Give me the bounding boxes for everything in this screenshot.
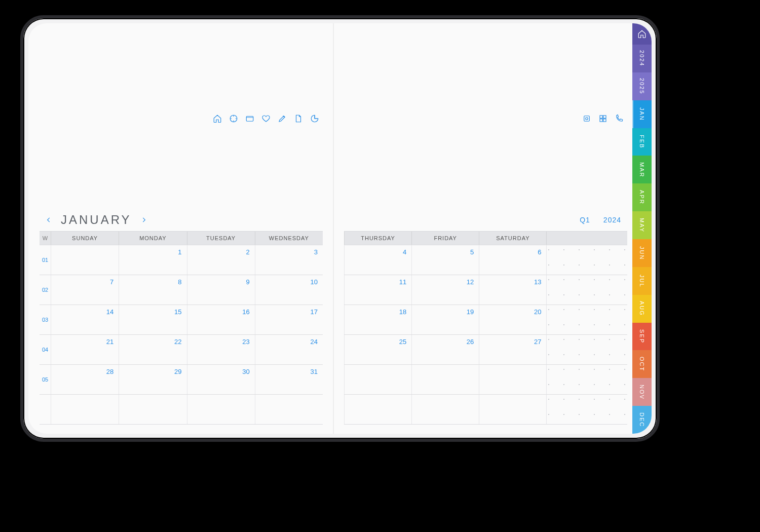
- day-cell[interactable]: 30: [187, 365, 255, 394]
- day-cell[interactable]: 20: [479, 305, 546, 334]
- day-cell[interactable]: [187, 395, 255, 424]
- tab-oct[interactable]: OCT: [632, 350, 652, 378]
- day-number: 10: [311, 278, 318, 286]
- day-cell[interactable]: [119, 395, 186, 424]
- week-number[interactable]: 03: [40, 305, 51, 334]
- day-cell[interactable]: [255, 395, 323, 424]
- day-number: 20: [534, 308, 541, 316]
- year-label[interactable]: 2024: [603, 216, 621, 224]
- day-cell[interactable]: 14: [51, 305, 119, 334]
- day-cell[interactable]: 10: [255, 275, 323, 305]
- day-cell[interactable]: 3: [255, 245, 323, 275]
- day-cell[interactable]: [344, 395, 411, 424]
- day-cell[interactable]: [411, 365, 479, 394]
- week-row: 0278910: [40, 275, 323, 305]
- day-cell[interactable]: 26: [411, 335, 479, 364]
- day-cell[interactable]: 5: [411, 245, 479, 275]
- notes-cell[interactable]: [546, 365, 627, 394]
- day-cell[interactable]: 8: [119, 275, 186, 305]
- week-number[interactable]: [40, 395, 51, 424]
- svg-rect-2: [584, 116, 590, 122]
- tab-apr[interactable]: APR: [632, 183, 652, 211]
- edit-icon[interactable]: [277, 113, 287, 124]
- day-cell[interactable]: 9: [187, 275, 255, 305]
- day-cell[interactable]: 22: [119, 335, 186, 364]
- tab-2025[interactable]: 2025: [632, 72, 652, 100]
- tab-home[interactable]: [632, 23, 652, 45]
- day-cell[interactable]: 25: [344, 335, 411, 364]
- week-number[interactable]: 04: [40, 335, 51, 364]
- day-number: 2: [246, 248, 250, 256]
- folder-icon[interactable]: [245, 113, 255, 124]
- week-number[interactable]: 01: [40, 245, 51, 275]
- notes-cell[interactable]: [546, 275, 627, 305]
- day-cell[interactable]: [479, 395, 546, 424]
- heart-icon[interactable]: [261, 113, 271, 124]
- quarter-label[interactable]: Q1: [580, 216, 590, 224]
- tab-jan[interactable]: JAN: [632, 100, 652, 128]
- file-icon[interactable]: [293, 113, 303, 124]
- day-header: THURSDAY: [344, 232, 411, 245]
- day-cell[interactable]: 17: [255, 305, 323, 334]
- day-number: 3: [314, 248, 318, 256]
- notes-cell[interactable]: [546, 245, 627, 275]
- day-cell[interactable]: 18: [344, 305, 411, 334]
- tab-aug[interactable]: AUG: [632, 295, 652, 323]
- day-number: 6: [538, 248, 541, 256]
- day-number: 30: [242, 368, 249, 375]
- day-cell[interactable]: 15: [119, 305, 186, 334]
- tab-2024[interactable]: 2024: [632, 45, 652, 72]
- week-number[interactable]: 05: [40, 365, 51, 394]
- notes-cell[interactable]: [546, 395, 627, 424]
- day-cell[interactable]: 28: [51, 365, 119, 394]
- day-cell[interactable]: 1: [119, 245, 186, 275]
- day-cell[interactable]: 16: [187, 305, 255, 334]
- day-header: SATURDAY: [479, 232, 546, 245]
- day-cell[interactable]: 31: [255, 365, 323, 394]
- day-cell[interactable]: 29: [119, 365, 186, 394]
- day-cell[interactable]: 6: [479, 245, 546, 275]
- svg-rect-5: [603, 116, 606, 118]
- target-icon[interactable]: [229, 113, 239, 124]
- week-row: 111213: [344, 275, 627, 305]
- tab-sep[interactable]: SEP: [632, 323, 652, 351]
- day-cell[interactable]: 12: [411, 275, 479, 305]
- day-cell[interactable]: 2: [187, 245, 255, 275]
- day-cell[interactable]: 19: [411, 305, 479, 334]
- day-cell[interactable]: [51, 395, 119, 424]
- dashboard-icon[interactable]: [598, 113, 608, 124]
- prev-month-button[interactable]: [44, 215, 54, 225]
- home-icon[interactable]: [212, 113, 222, 124]
- day-cell[interactable]: [411, 395, 479, 424]
- tab-may[interactable]: MAY: [632, 211, 652, 239]
- tab-mar[interactable]: MAR: [632, 156, 652, 183]
- day-number: 9: [246, 278, 250, 286]
- tab-dec[interactable]: DEC: [632, 406, 652, 434]
- day-cell[interactable]: 21: [51, 335, 119, 364]
- record-icon[interactable]: [582, 113, 592, 124]
- day-cell[interactable]: 23: [187, 335, 255, 364]
- day-cell[interactable]: 27: [479, 335, 546, 364]
- tab-feb[interactable]: FEB: [632, 128, 652, 156]
- day-cell[interactable]: 11: [344, 275, 411, 305]
- phone-icon[interactable]: [614, 113, 624, 124]
- titlebar-left: JANUARY: [40, 209, 323, 231]
- day-cell[interactable]: 13: [479, 275, 546, 305]
- notes-cell[interactable]: [546, 335, 627, 364]
- notes-cell[interactable]: [546, 305, 627, 334]
- week-row: 01123: [40, 245, 323, 275]
- next-month-button[interactable]: [139, 215, 149, 225]
- day-cell[interactable]: [344, 365, 411, 394]
- day-number: 8: [178, 278, 181, 286]
- tab-jul[interactable]: JUL: [632, 267, 652, 295]
- day-cell[interactable]: [479, 365, 546, 394]
- day-cell[interactable]: [51, 245, 119, 275]
- chart-icon[interactable]: [310, 113, 320, 124]
- week-number[interactable]: 02: [40, 275, 51, 305]
- tab-jun[interactable]: JUN: [632, 239, 652, 267]
- month-title: JANUARY: [61, 213, 132, 227]
- tab-nov[interactable]: NOV: [632, 378, 652, 406]
- day-cell[interactable]: 4: [344, 245, 411, 275]
- day-cell[interactable]: 7: [51, 275, 119, 305]
- day-cell[interactable]: 24: [255, 335, 323, 364]
